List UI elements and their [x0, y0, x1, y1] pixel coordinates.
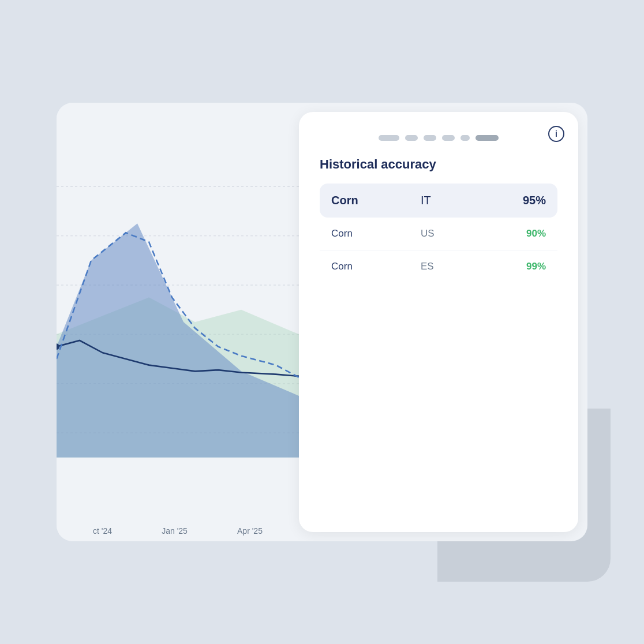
- page-wrapper: ct '24 Jan '25 Apr '25 i Historical accu…: [33, 62, 611, 582]
- info-icon-wrapper[interactable]: i: [548, 126, 564, 142]
- pagination-dot-5[interactable]: [460, 135, 470, 141]
- x-label-apr: Apr '25: [237, 526, 263, 536]
- country-cell-3: ES: [409, 250, 475, 283]
- pagination-dot-active[interactable]: [475, 135, 499, 141]
- percentage-cell-3: 99%: [475, 250, 557, 283]
- chart-svg: [57, 137, 299, 507]
- crop-cell-3: Corn: [320, 250, 409, 283]
- pagination-dot-1[interactable]: [379, 135, 399, 141]
- pagination-dot-2[interactable]: [405, 135, 418, 141]
- pagination-row: [320, 135, 557, 141]
- table-row-highlighted: Corn IT 95%: [320, 184, 557, 218]
- crop-cell-1: Corn: [320, 184, 409, 218]
- pagination-dot-4[interactable]: [442, 135, 455, 141]
- table-row-3: Corn ES 99%: [320, 250, 557, 283]
- percentage-cell-1: 95%: [475, 184, 557, 218]
- x-label-oct: ct '24: [93, 526, 112, 536]
- section-title: Historical accuracy: [320, 157, 557, 172]
- pagination-dot-3[interactable]: [424, 135, 436, 141]
- percentage-cell-2: 90%: [475, 218, 557, 250]
- main-card: ct '24 Jan '25 Apr '25 i Historical accu…: [57, 103, 587, 541]
- chart-area: [57, 137, 299, 507]
- info-icon[interactable]: i: [548, 126, 564, 142]
- x-axis-labels: ct '24 Jan '25 Apr '25: [57, 526, 299, 536]
- x-label-jan: Jan '25: [162, 526, 188, 536]
- right-panel: i Historical accuracy Corn IT: [299, 112, 578, 532]
- country-cell-2: US: [409, 218, 475, 250]
- crop-cell-2: Corn: [320, 218, 409, 250]
- country-cell-1: IT: [409, 184, 475, 218]
- table-row-2: Corn US 90%: [320, 218, 557, 250]
- chart-panel: ct '24 Jan '25 Apr '25: [57, 103, 299, 541]
- accuracy-table: Corn IT 95% Corn US 90% Corn ES 99%: [320, 184, 557, 283]
